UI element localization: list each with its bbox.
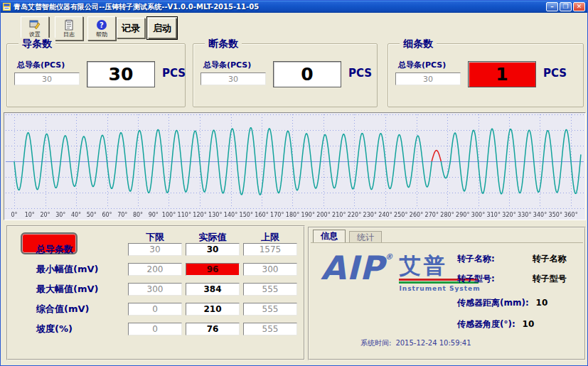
actual-value-box: 76 (186, 323, 240, 335)
settings-icon (29, 19, 41, 31)
pcs-unit-label: PCS (543, 67, 567, 80)
total-bars-input[interactable]: 30 (395, 72, 461, 85)
measurements-panel: 下限 实际值 上限 总导条数 30 30 1575 最小幅值(mV) 200 9… (6, 225, 305, 360)
sensor-angle-value: 10 (523, 319, 535, 329)
rotor-name-value: 转子名称 (533, 254, 567, 264)
sensor-distance-label: 传感器距离(mm): (457, 297, 529, 309)
actual-value-box: 30 (186, 243, 240, 256)
low-limit-box[interactable]: 0 (128, 323, 182, 335)
groupbox-title: 断条数 (205, 38, 242, 50)
app-icon (3, 3, 11, 11)
rotor-name-field: 转子名称: 转子名称 (457, 253, 567, 265)
groupbox-thin-bar-count: 细条数 总导条(PCS) 30 1 PCS (387, 43, 584, 107)
aip-logo: AIP® 艾普 Instrument System (321, 254, 481, 292)
rotor-model-field: 转子型号: 转子型号 (457, 273, 567, 285)
svg-text:?: ? (100, 21, 104, 29)
total-bars-label: 总导条(PCS) (203, 60, 251, 70)
rotor-model-label: 转子型号: (457, 273, 525, 285)
sensor-distance-value: 10 (536, 298, 548, 308)
info-panel: 信息 统计 AIP® 艾普 Instrument System 转子名称: 转子… (308, 227, 586, 360)
aip-logo-text: AIP® (321, 254, 393, 283)
rotor-model-value: 转子型号 (533, 274, 567, 284)
total-bars-label: 总导条(PCS) (17, 60, 65, 70)
system-time-value: 2015-12-24 10:59:41 (395, 339, 471, 347)
pcs-unit-label: PCS (162, 67, 186, 80)
groupbox-title: 导条数 (18, 38, 55, 50)
restore-button[interactable]: ❐ (560, 2, 572, 11)
high-limit-box[interactable]: 555 (243, 303, 297, 316)
row-label: 坡度(%) (36, 323, 73, 335)
row-label: 总导条数 (36, 243, 73, 256)
rotor-name-label: 转子名称: (457, 253, 525, 265)
groupbox-bar-count: 导条数 总导条(PCS) 30 30 PCS (6, 43, 186, 107)
settings-button-label: 设置 (29, 31, 41, 38)
log-button-label: 日志 (63, 31, 75, 38)
application-window: 青岛艾普智能仪器有限公司--压铸转子测试系统--V1.0.0-MLT-2015-… (0, 0, 588, 366)
pcs-unit-label: PCS (348, 67, 372, 80)
actual-value-box: 384 (186, 283, 240, 296)
bar-count-display: 30 (87, 61, 155, 87)
tab-statistics[interactable]: 统计 (349, 231, 382, 242)
actual-value-box: 210 (186, 303, 240, 316)
log-icon (63, 19, 75, 31)
window-title: 青岛艾普智能仪器有限公司--压铸转子测试系统--V1.0.0-MLT-2015-… (14, 2, 545, 12)
row-label: 最大幅值(mV) (36, 283, 99, 296)
minimize-button[interactable]: – (546, 2, 558, 11)
aip-logo-subtitle: Instrument System (399, 285, 480, 292)
high-limit-box[interactable]: 300 (243, 263, 297, 276)
help-button[interactable]: ? 帮助 (87, 16, 116, 41)
tab-separator (311, 242, 583, 243)
registered-mark: ® (385, 252, 393, 262)
total-bars-input[interactable]: 30 (201, 72, 266, 85)
high-limit-box[interactable]: 555 (243, 323, 297, 335)
title-bar: 青岛艾普智能仪器有限公司--压铸转子测试系统--V1.0.0-MLT-2015-… (1, 1, 587, 13)
row-label: 最小幅值(mV) (36, 263, 99, 276)
log-button[interactable]: 日志 (55, 16, 83, 41)
start-button[interactable]: 启动 (148, 18, 176, 38)
row-label: 综合值(mV) (36, 303, 90, 316)
column-header-actual: 实际值 (186, 231, 240, 244)
broken-bar-count-display: 0 (273, 61, 341, 87)
system-time: 系统时间:2015-12-24 10:59:41 (360, 338, 471, 348)
low-limit-box[interactable]: 30 (128, 243, 182, 256)
low-limit-box[interactable]: 200 (128, 263, 182, 276)
column-header-high: 上限 (243, 231, 297, 244)
help-icon: ? (96, 19, 107, 31)
actual-value-box: 96 (186, 263, 240, 276)
total-bars-input[interactable]: 30 (14, 72, 80, 85)
sensor-distance-field: 传感器距离(mm): 10 (457, 297, 547, 309)
low-limit-box[interactable]: 300 (128, 283, 182, 296)
waveform-canvas (4, 113, 585, 220)
groupbox-title: 细条数 (400, 38, 437, 50)
sensor-angle-field: 传感器角度(°): 10 (457, 318, 534, 330)
settings-button[interactable]: 设置 (21, 16, 49, 41)
thin-bar-count-display: 1 (468, 61, 536, 87)
high-limit-box[interactable]: 555 (243, 283, 297, 296)
record-button[interactable]: 记录 (117, 18, 145, 38)
waveform-chart (4, 112, 586, 220)
close-button[interactable]: ✕ (573, 2, 585, 11)
total-bars-label: 总导条(PCS) (398, 60, 446, 70)
sensor-angle-label: 传感器角度(°): (457, 318, 515, 330)
column-header-low: 下限 (128, 231, 182, 244)
groupbox-broken-bar-count: 断条数 总导条(PCS) 30 0 PCS (193, 43, 378, 107)
low-limit-box[interactable]: 0 (128, 303, 182, 316)
high-limit-box[interactable]: 1575 (243, 243, 297, 256)
tab-info[interactable]: 信息 (313, 230, 346, 242)
help-button-label: 帮助 (96, 31, 107, 38)
system-time-label: 系统时间: (360, 339, 391, 347)
